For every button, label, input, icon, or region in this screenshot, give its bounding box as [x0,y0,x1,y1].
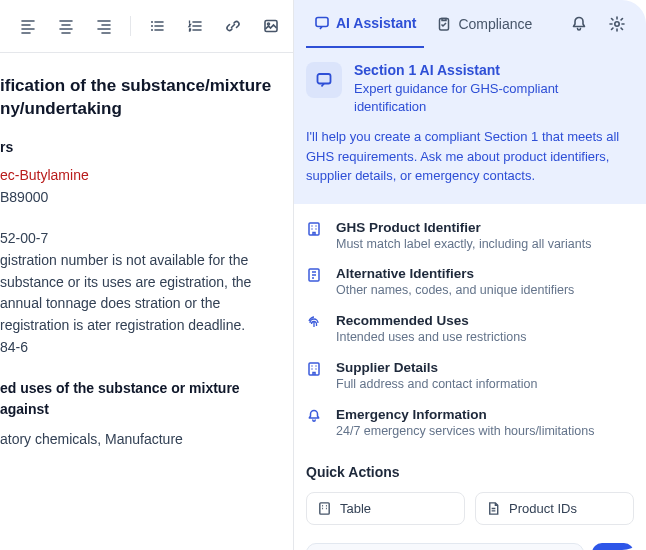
chat-icon [314,15,330,31]
table-icon [317,501,332,516]
assistant-title: Section 1 AI Assistant [354,62,634,78]
cas-value: 52-00-7 [0,228,273,250]
building-icon [306,361,324,393]
clipboard-check-icon [436,16,452,32]
svg-point-2 [151,29,153,31]
bell-icon [570,15,588,33]
product-name-value: ec-Butylamine [0,165,273,187]
guide-title: Emergency Information [336,407,594,422]
button-label: Table [340,501,371,516]
registration-paragraph: gistration number is not available for t… [0,250,273,337]
notifications-button[interactable] [562,7,596,41]
guide-title: GHS Product Identifier [336,220,591,235]
uses-heading: ed uses of the substance or mixture agai… [0,378,273,419]
product-code-value: B89000 [0,187,273,209]
svg-rect-12 [320,503,329,514]
chat-input-bar [306,543,634,550]
align-right-button[interactable] [88,10,120,42]
tab-compliance[interactable]: Compliance [428,0,540,48]
assistant-pane: AI Assistant Compliance Section 1 AI Ass… [294,0,646,550]
guide-list: GHS Product IdentifierMust match label e… [294,204,646,460]
guide-item: GHS Product IdentifierMust match label e… [306,220,634,253]
guide-desc: 24/7 emergency services with hours/limit… [336,423,594,440]
assistant-intro-text: I'll help you create a compliant Section… [306,127,634,186]
guide-item: Supplier DetailsFull address and contact… [306,360,634,393]
tab-ai-assistant[interactable]: AI Assistant [306,0,424,48]
bullet-list-button[interactable] [141,10,173,42]
tab-label: Compliance [458,16,532,32]
bell-icon [306,408,324,440]
guide-item: Alternative IdentifiersOther names, code… [306,266,634,299]
guide-item: Recommended UsesIntended uses and use re… [306,313,634,346]
guide-title: Supplier Details [336,360,538,375]
svg-point-1 [151,25,153,27]
guide-desc: Must match label exactly, including all … [336,236,591,253]
document-icon [486,501,501,516]
image-button[interactable] [255,10,287,42]
guide-item: Emergency Information24/7 emergency serv… [306,407,634,440]
quick-actions-heading: Quick Actions [306,464,634,480]
numbered-list-button[interactable] [179,10,211,42]
building-icon [306,221,324,253]
settings-button[interactable] [600,7,634,41]
guide-desc: Intended uses and use restrictions [336,329,526,346]
quick-action-table[interactable]: Table [306,492,465,525]
svg-point-7 [615,22,619,26]
formatting-toolbar [0,0,293,53]
sub-heading: rs [0,139,273,155]
align-center-button[interactable] [50,10,82,42]
guide-desc: Full address and contact information [336,376,538,393]
guide-title: Recommended Uses [336,313,526,328]
assistant-intro-card: Section 1 AI Assistant Expert guidance f… [294,48,646,204]
send-button[interactable] [592,543,634,550]
link-button[interactable] [217,10,249,42]
guide-title: Alternative Identifiers [336,266,574,281]
uses-body: atory chemicals, Manufacture [0,429,273,451]
editor-pane: ification of the substance/mixture ny/un… [0,0,294,550]
assistant-subtitle: Expert guidance for GHS-compliant identi… [354,80,634,115]
guide-desc: Other names, codes, and unique identifie… [336,282,574,299]
tag-icon [306,267,324,299]
align-left-button[interactable] [12,10,44,42]
gear-icon [608,15,626,33]
button-label: Product IDs [509,501,577,516]
document-body: ification of the substance/mixture ny/un… [0,53,293,550]
section-heading: ification of the substance/mixture ny/un… [0,75,273,121]
svg-rect-5 [316,18,328,27]
tab-label: AI Assistant [336,15,416,31]
chat-icon [306,62,342,98]
svg-rect-8 [318,74,331,84]
chat-input[interactable] [306,543,584,550]
fingerprint-icon [306,314,324,346]
quick-action-product-ids[interactable]: Product IDs [475,492,634,525]
svg-point-0 [151,21,153,23]
ec-value: 84-6 [0,337,273,359]
svg-point-4 [268,23,270,25]
